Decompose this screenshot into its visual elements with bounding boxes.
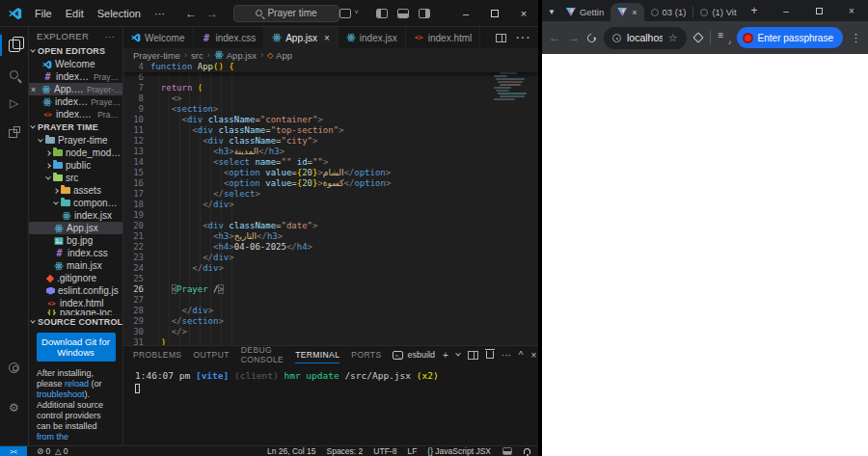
browser-menu-icon[interactable]: ⋮	[851, 32, 861, 44]
editor-more-actions-icon[interactable]: ···	[515, 29, 530, 46]
tree-item[interactable]: eslint.config.js	[29, 284, 122, 297]
activity-extensions-icon[interactable]	[0, 118, 29, 147]
new-terminal-icon[interactable]: +	[443, 350, 448, 361]
tree-item[interactable]: main.jsx	[29, 259, 122, 272]
tree-item[interactable]: index.jsx	[29, 209, 122, 222]
language-mode[interactable]: {} JavaScript JSX	[427, 446, 491, 456]
more-actions-icon[interactable]: ···	[105, 31, 115, 41]
open-editor-item[interactable]: ×App.jsxPrayer-ti...	[29, 83, 122, 95]
notifications-bell-icon[interactable]	[524, 448, 530, 454]
toggle-sidebar-icon[interactable]	[376, 9, 388, 18]
browser-back-icon[interactable]: ←	[549, 31, 560, 44]
close-panel-icon[interactable]: ×	[531, 350, 537, 361]
titlebar-menu-file[interactable]: File	[28, 0, 59, 27]
scm-section-header[interactable]: SOURCE CONTROL: CHAN...	[29, 315, 122, 329]
tree-item[interactable]: assets	[29, 184, 122, 197]
tree-item[interactable]: <>index.html	[29, 297, 122, 309]
browser-tab[interactable]: 03 (1)	[644, 3, 693, 21]
tree-item[interactable]: #index.css	[29, 247, 122, 259]
browser-maximize-button[interactable]	[802, 0, 835, 21]
enter-passphrase-button[interactable]: Enter passphrase	[737, 27, 843, 48]
bookmark-star-icon[interactable]: ☆	[668, 32, 678, 44]
terminal-profile[interactable]: >_ esbuild	[393, 350, 435, 360]
activity-settings-icon[interactable]: ⚙	[0, 393, 29, 422]
terminal-output[interactable]: 1:46:07 pm [vite] (client) hmr update /s…	[123, 363, 538, 445]
activity-run-debug-icon[interactable]: ▷	[0, 89, 29, 118]
browser-minimize-button[interactable]: –	[770, 0, 802, 21]
forward-arrow-icon[interactable]: →	[206, 7, 218, 20]
panel-tab-output[interactable]: OUTPUT	[193, 346, 229, 363]
new-tab-icon[interactable]: +	[751, 4, 758, 17]
tree-item[interactable]: src	[29, 172, 122, 184]
scm-link[interactable]: from the	[37, 432, 68, 442]
maximize-button[interactable]	[480, 0, 509, 27]
tree-item[interactable]: .gitignore	[29, 272, 122, 284]
download-git-button[interactable]: Download Git for Windows	[37, 333, 116, 362]
breadcrumb-item[interactable]: App.jsx	[214, 50, 257, 61]
status-item[interactable]: Ln 26, Col 15	[267, 446, 316, 456]
editor-tab-index-jsx[interactable]: index.jsx	[339, 27, 406, 48]
remote-indicator[interactable]: ><	[0, 446, 27, 456]
titlebar-menu-more[interactable]: ···	[148, 0, 172, 27]
close-button[interactable]: ×	[509, 0, 538, 27]
scm-link[interactable]: reload	[65, 379, 89, 389]
panel-tab-terminal[interactable]: TERMINAL	[295, 346, 339, 363]
editor-tab-welcome[interactable]: Welcome	[123, 27, 194, 48]
site-info-icon[interactable]	[612, 34, 621, 42]
close-icon[interactable]: ×	[632, 8, 637, 17]
open-editor-item[interactable]: <>index.htmlPraye...	[29, 108, 122, 121]
open-editors-header[interactable]: OPEN EDITORS	[29, 44, 122, 58]
split-editor-icon[interactable]	[496, 34, 506, 42]
tab-search-chevron-icon[interactable]: ▼	[548, 8, 556, 16]
browser-page-content[interactable]	[542, 54, 868, 456]
browser-tab[interactable]: Gettin	[559, 3, 610, 21]
editor-tab-index-html[interactable]: <>index.html	[406, 27, 481, 48]
status-item[interactable]: UTF-8	[373, 446, 396, 456]
address-bar[interactable]: localhost:5173 ☆	[604, 27, 687, 49]
editor-tab-app-jsx[interactable]: App.jsx×	[264, 27, 339, 48]
extensions-icon[interactable]	[692, 32, 703, 42]
tree-item[interactable]: components	[29, 197, 122, 209]
tree-item[interactable]: node_modules	[29, 147, 122, 159]
split-terminal-icon[interactable]	[468, 351, 478, 360]
problems-status[interactable]: ⊘ 0 △ 0	[37, 446, 68, 456]
panel-tab-ports[interactable]: PORTS	[351, 346, 381, 363]
command-search-input[interactable]: Prayer time	[233, 5, 339, 22]
scm-link[interactable]: troubleshoot	[37, 389, 85, 399]
layout-status-icon[interactable]	[502, 447, 512, 455]
panel-more-icon[interactable]: ···	[502, 350, 511, 361]
titlebar-menu-edit[interactable]: Edit	[59, 0, 91, 27]
close-icon[interactable]: ×	[324, 33, 330, 43]
minimize-button[interactable]: –	[451, 0, 480, 27]
open-editor-item[interactable]: #index.cssPrayer-...	[29, 70, 122, 83]
tree-item[interactable]: Prayer-time	[29, 134, 122, 147]
back-arrow-icon[interactable]: ←	[185, 7, 197, 20]
activity-search-icon[interactable]	[0, 60, 29, 89]
code-editor[interactable]: 4function App() { 67 return (8 <>9 <sect…	[123, 62, 538, 345]
status-item[interactable]: Spaces: 2	[327, 446, 364, 456]
breadcrumb-item[interactable]: src	[191, 50, 203, 61]
browser-tab[interactable]: (1) Vit	[693, 3, 743, 21]
browser-forward-icon[interactable]: →	[568, 31, 580, 44]
open-editor-item[interactable]: Welcome	[29, 58, 122, 70]
reload-icon[interactable]	[585, 32, 598, 44]
panel-tab-problems[interactable]: PROBLEMS	[133, 346, 181, 363]
browser-close-button[interactable]: ×	[835, 0, 868, 21]
browser-tab[interactable]: ×	[610, 3, 643, 21]
project-section-header[interactable]: PRAYER TIME	[29, 121, 122, 134]
panel-tab-debug-console[interactable]: DEBUG CONSOLE	[241, 346, 284, 363]
activity-explorer-icon[interactable]	[0, 31, 29, 60]
tree-item[interactable]: bg.jpg	[29, 234, 122, 247]
open-editor-item[interactable]: index.jsxPrayer-t...	[29, 95, 122, 108]
kill-terminal-icon[interactable]	[486, 351, 494, 359]
media-controls-icon[interactable]	[719, 33, 729, 42]
toggle-secondary-sidebar-icon[interactable]	[419, 9, 430, 18]
maximize-panel-icon[interactable]: ^	[519, 350, 524, 361]
breadcrumb-item[interactable]: ◇App	[267, 50, 292, 61]
tree-item[interactable]: public	[29, 159, 122, 172]
url-text[interactable]: localhost:5173	[627, 32, 663, 43]
close-icon[interactable]: ×	[31, 85, 39, 94]
terminal-dropdown-icon[interactable]	[455, 351, 461, 357]
tree-item[interactable]: App.jsx	[29, 222, 122, 234]
breadcrumb-item[interactable]: Prayer-time	[133, 50, 180, 61]
